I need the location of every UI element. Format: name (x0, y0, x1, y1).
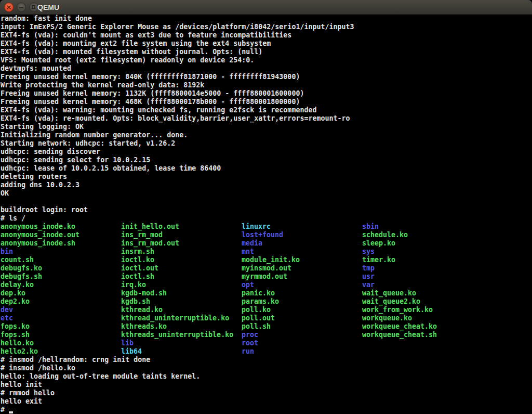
close-icon: × (5, 3, 13, 11)
terminal-line: adding dns 10.0.2.3 (1, 181, 532, 189)
terminal-line: input: ImExPS/2 Generic Explorer Mouse a… (1, 23, 532, 31)
terminal-line: Starting network: udhcpc: started, v1.26… (1, 139, 532, 148)
terminal-text: EXT4-fs (vda): mounted filesystem withou… (1, 48, 262, 56)
terminal-text: hello exit (1, 397, 42, 406)
terminal-text: kgdb.sh (121, 297, 150, 306)
terminal-text: wait_queue.ko (362, 289, 416, 297)
terminal-text: sleep.ko (362, 239, 395, 248)
terminal-text: lib (121, 339, 134, 347)
terminal-line: Initializing random number generator... … (1, 131, 532, 139)
terminal-line: fops.shkthreads_uninterruptible.koprocwo… (1, 331, 532, 339)
terminal-text: workqueue_cheat.ko (362, 322, 437, 331)
terminal-text: ioctl.ko (121, 256, 154, 264)
terminal-line: hello.kolibroot (1, 339, 532, 347)
terminal-line: fops.kokthreads.kopoll.shworkqueue_cheat… (1, 322, 532, 331)
terminal-text: poll.sh (242, 322, 271, 331)
terminal-text: dep2.ko (1, 297, 30, 306)
terminal-line (1, 198, 532, 206)
terminal-text: Freeing unused kernel memory: 840K (ffff… (1, 73, 300, 81)
terminal-text: delay.ko (1, 281, 34, 289)
terminal-text: wait_queue2.ko (362, 297, 420, 306)
terminal-text: VFS: Mounted root (ext2 filesystem) read… (1, 56, 254, 64)
terminal-line: hello exit (1, 397, 532, 406)
terminal-line: devkthread.kopoll.kowork_from_work.ko (1, 306, 532, 314)
terminal-text: count.sh (1, 256, 34, 264)
terminal-line: anonymous_inode.shins_rm_mod.outmediasle… (1, 239, 532, 248)
terminal-text: EXT4-fs (vda): warning: mounting uncheck… (1, 106, 316, 114)
terminal-line: EXT4-fs (vda): mounting ext2 file system… (1, 40, 532, 48)
terminal-line: udhcpc: sending discover (1, 148, 532, 156)
terminal-text: poll.out (242, 314, 275, 322)
terminal-text: udhcpc: lease of 10.0.2.15 obtained, lea… (1, 164, 221, 173)
terminal-line: udhcpc: sending select for 10.0.2.15 (1, 156, 532, 164)
terminal-text: usr (362, 273, 375, 281)
minimize-button[interactable] (17, 3, 26, 12)
titlebar[interactable]: × QEMU (0, 0, 532, 15)
terminal-text: buildroot login: root (1, 206, 88, 214)
terminal-text: irq.ko (121, 281, 146, 289)
terminal-text: adding dns 10.0.2.3 (1, 181, 79, 189)
terminal-text: # insmod /hello.ko (1, 364, 75, 372)
terminal-line: delay.koirq.kooptvar (1, 281, 532, 289)
terminal-line: hello2.kolib64run (1, 347, 532, 356)
terminal-text: deleting routers (1, 173, 67, 181)
terminal-text: work_from_work.ko (362, 306, 433, 314)
terminal-text: insrm.sh (121, 248, 154, 256)
maximize-icon (32, 5, 35, 9)
terminal-text: dep.ko (1, 289, 25, 297)
terminal-line: hello: loading out-of-tree module taints… (1, 372, 532, 381)
terminal-text: Freeing unused kernel memory: 468K (ffff… (1, 98, 300, 106)
terminal-text: module_init.ko (242, 256, 300, 264)
close-button[interactable]: × (4, 3, 14, 12)
terminal-line: debugfs.shioctl.shmyrmmod.outusr (1, 273, 532, 281)
terminal-text: debugfs.sh (1, 273, 42, 281)
terminal-line: debugfs.koioctl.outmyinsmod.outtmp (1, 264, 532, 273)
terminal-text: Starting network: udhcpc: started, v1.26… (1, 139, 175, 148)
terminal-text: sys (362, 248, 375, 256)
terminal-text: opt (242, 281, 254, 289)
terminal-text: OK (1, 189, 9, 198)
terminal-text: hello2.ko (1, 347, 38, 356)
terminal-text: hello: loading out-of-tree module taints… (1, 372, 200, 381)
terminal-line: VFS: Mounted root (ext2 filesystem) read… (1, 56, 532, 64)
terminal-line: Starting logging: OK (1, 123, 532, 131)
terminal-text: fops.ko (1, 322, 30, 331)
terminal-text: # rmmod hello (1, 389, 55, 397)
terminal-line: EXT4-fs (vda): couldn't mount as ext3 du… (1, 31, 532, 40)
terminal-text: tmp (362, 264, 375, 273)
terminal-text: proc (242, 331, 258, 339)
terminal-text: hello init (1, 381, 42, 389)
terminal-text: hello.ko (1, 339, 34, 347)
terminal-text: run (242, 347, 254, 356)
terminal-line: # (1, 406, 532, 414)
terminal-text: ioctl.sh (121, 273, 154, 281)
terminal-line: anonymous_inode.koinit_hello.outlinuxrcs… (1, 223, 532, 231)
terminal-line: OK (1, 189, 532, 198)
terminal-line: count.shioctl.komodule_init.kotimer.ko (1, 256, 532, 264)
terminal-text: lost+found (242, 231, 283, 239)
terminal-text: # insmod /hellrandom: crng init done (1, 356, 150, 364)
terminal-line: Freeing unused kernel memory: 840K (ffff… (1, 73, 532, 81)
terminal-text: udhcpc: sending discover (1, 148, 100, 156)
terminal-line: Write protecting the kernel read-only da… (1, 81, 532, 89)
terminal-text: params.ko (242, 297, 279, 306)
terminal-line: Freeing unused kernel memory: 468K (ffff… (1, 98, 532, 106)
terminal-text: var (362, 281, 375, 289)
terminal-line: EXT4-fs (vda): warning: mounting uncheck… (1, 106, 532, 114)
terminal-text: # ls / (1, 214, 25, 223)
terminal-text: lib64 (121, 347, 142, 356)
terminal-text: myrmmod.out (242, 273, 287, 281)
terminal-text: Initializing random number generator... … (1, 131, 188, 139)
terminal-line: anonymous_inode.outins_rm_modlost+founds… (1, 231, 532, 239)
terminal-text: root (242, 339, 258, 347)
terminal-text: kthreads.ko (121, 322, 167, 331)
terminal-line: random: fast init done (1, 15, 532, 23)
terminal-text: workqueue_cheat.sh (362, 331, 437, 339)
window-title: QEMU (37, 2, 59, 12)
terminal-screen[interactable]: random: fast init doneinput: ImExPS/2 Ge… (0, 15, 532, 414)
terminal-cursor (9, 411, 13, 413)
terminal-line: Freeing unused kernel memory: 1132K (fff… (1, 89, 532, 98)
terminal-line: hello init (1, 381, 532, 389)
terminal-text: anonymous_inode.sh (1, 239, 75, 248)
terminal-text: panic.ko (242, 289, 275, 297)
